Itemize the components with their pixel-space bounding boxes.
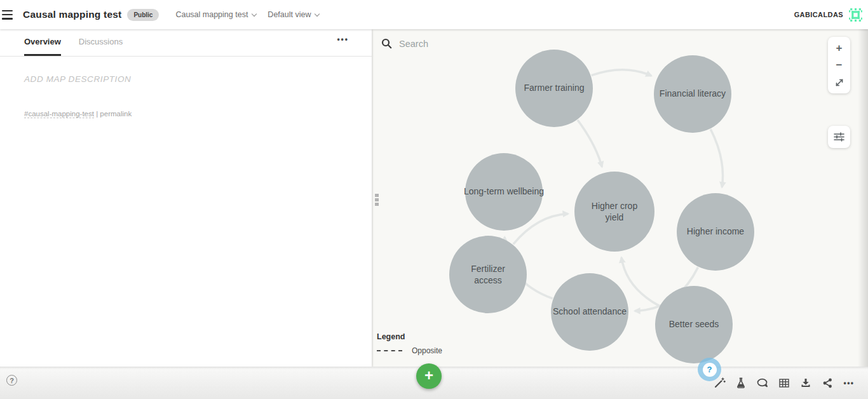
add-element-button[interactable]: + [416, 363, 442, 389]
chevron-down-icon [315, 11, 320, 16]
permalink-row: #causal-mapping-test | permalink [24, 110, 348, 118]
sidebar-more-icon[interactable]: ••• [337, 35, 349, 44]
node-label: Higher income [668, 226, 763, 238]
legend-item-label: Opposite [412, 346, 442, 355]
map-node-better-seeds[interactable]: Better seeds [655, 286, 733, 363]
visibility-badge: Public [127, 9, 159, 21]
map-canvas[interactable]: Farmer trainingFinancial literacyLong-te… [372, 29, 868, 367]
map-node-long-term-wellbeing[interactable]: Long-term wellbeing [465, 153, 543, 231]
permalink-separator: | [94, 110, 100, 118]
node-label: Higher crop yield [585, 201, 644, 223]
zoom-out-button[interactable]: − [828, 57, 850, 74]
tab-discussions[interactable]: Discussions [79, 37, 123, 56]
sidebar-tabs: Overview Discussions ••• [0, 29, 372, 57]
node-label: Financial literacy [645, 88, 740, 100]
map-node-higher-income[interactable]: Higher income [677, 193, 754, 271]
top-bar: Causal mapping test Public Causal mappin… [0, 0, 868, 29]
download-icon[interactable] [799, 377, 812, 389]
map-legend: Legend Opposite [377, 332, 442, 355]
node-label: Farmer training [506, 83, 602, 94]
map-settings-button[interactable] [828, 126, 850, 148]
comments-icon[interactable] [756, 377, 769, 389]
help-bubble[interactable]: ? [698, 358, 721, 381]
footer-toolbar: ••• [704, 367, 855, 399]
map-nodes: Farmer trainingFinancial literacyLong-te… [372, 29, 868, 367]
search-box [381, 38, 507, 49]
panel-resize-handle[interactable] [375, 194, 379, 207]
page-title: Causal mapping test [23, 9, 121, 20]
map-node-farmer-training[interactable]: Farmer training [515, 50, 593, 127]
hashtag-link[interactable]: #causal-mapping-test [24, 110, 94, 118]
zoom-controls: + − [828, 37, 850, 93]
search-input[interactable] [399, 39, 507, 49]
zoom-in-button[interactable]: + [828, 39, 850, 57]
more-options-icon[interactable]: ••• [843, 377, 855, 389]
tab-overview[interactable]: Overview [24, 37, 61, 56]
node-label: Better seeds [646, 319, 742, 330]
map-description-placeholder[interactable]: ADD MAP DESCRIPTION [24, 74, 348, 84]
chevron-down-icon [252, 11, 257, 16]
flask-icon[interactable] [735, 377, 747, 389]
map-node-fertilizer-access[interactable]: Fertilizer access [449, 236, 527, 313]
legend-title: Legend [377, 332, 442, 341]
sliders-icon [834, 132, 844, 142]
sidebar-panel: Overview Discussions ••• ADD MAP DESCRIP… [0, 29, 372, 367]
username[interactable]: GABICALDAS [794, 11, 843, 18]
map-node-higher-crop-yield[interactable]: Higher crop yield [574, 172, 654, 252]
menu-icon[interactable] [2, 10, 15, 20]
zoom-fit-icon [835, 78, 844, 87]
table-icon[interactable] [778, 377, 790, 389]
user-avatar[interactable] [848, 8, 863, 22]
help-bubble-question: ? [703, 363, 717, 377]
permalink-link[interactable]: permalink [100, 110, 132, 118]
project-selector[interactable]: Causal mapping test [175, 10, 256, 19]
search-icon [381, 38, 392, 49]
legend-item: Opposite [377, 346, 442, 355]
node-label: Long-term wellbeing [452, 186, 557, 198]
node-label: School attendance [538, 306, 642, 318]
view-selector[interactable]: Default view [268, 10, 319, 19]
plus-icon: + [424, 368, 433, 383]
map-node-school-attendance[interactable]: School attendance [551, 273, 628, 351]
share-icon[interactable] [821, 377, 834, 389]
node-label: Fertilizer access [463, 264, 513, 286]
project-selector-label: Causal mapping test [175, 10, 248, 19]
help-icon[interactable]: ? [6, 375, 17, 386]
map-node-financial-literacy[interactable]: Financial literacy [654, 55, 731, 133]
dashed-line-sample [377, 350, 402, 351]
view-selector-label: Default view [268, 10, 311, 19]
zoom-fit-button[interactable] [828, 74, 850, 91]
